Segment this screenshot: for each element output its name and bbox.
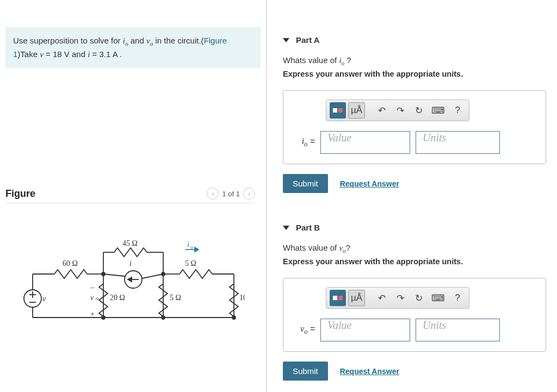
part-a-label: Part A [296, 35, 320, 45]
svg-text:20 Ω: 20 Ω [110, 294, 125, 302]
undo-button[interactable]: ↶ [374, 102, 390, 119]
units-input[interactable]: Units [416, 319, 500, 341]
reset-button[interactable]: ↻ [411, 102, 427, 119]
request-answer-link[interactable]: Request Answer [340, 179, 399, 188]
units-input[interactable]: Units [416, 131, 500, 154]
value-input[interactable]: Value [320, 319, 410, 341]
part-a-instruction: Express your answer with the appropriate… [283, 70, 546, 78]
reset-button[interactable]: ↻ [411, 290, 427, 306]
help-button[interactable]: ? [449, 290, 466, 306]
special-chars-button[interactable]: µÅ [348, 290, 365, 306]
var-label-io: io = [293, 136, 315, 148]
svg-point-25 [162, 316, 165, 319]
part-a-question: Whats value of io ? [283, 55, 546, 66]
problem-statement: Use superposition to solve for io and vo… [5, 27, 261, 68]
answer-toolbar: µÅ ↶ ↷ ↻ ⌨ ? [326, 287, 469, 309]
submit-button[interactable]: Submit [283, 174, 328, 193]
answer-toolbar: µÅ ↶ ↷ ↻ ⌨ ? [326, 99, 469, 121]
circuit-diagram: 60 Ω 45 Ω 5 Ω 20 Ω 5 Ω 10 Ω v v i i o o … [5, 236, 255, 346]
templates-button[interactable] [330, 290, 346, 306]
svg-text:v: v [90, 294, 94, 302]
svg-line-17 [142, 274, 163, 278]
svg-text:+: + [90, 310, 95, 318]
svg-text:v: v [42, 295, 46, 303]
collapse-icon[interactable] [283, 226, 289, 230]
figure-title: Figure [5, 188, 35, 200]
svg-text:10 Ω: 10 Ω [239, 294, 245, 302]
svg-text:−: − [90, 284, 95, 292]
svg-text:5 Ω: 5 Ω [185, 259, 196, 267]
part-b-label: Part B [296, 223, 320, 232]
undo-button[interactable]: ↶ [374, 290, 390, 306]
svg-text:5 Ω: 5 Ω [170, 294, 181, 302]
svg-text:i: i [187, 240, 189, 248]
svg-text:45 Ω: 45 Ω [122, 239, 138, 247]
svg-point-24 [102, 316, 105, 319]
svg-text:i: i [129, 259, 132, 267]
svg-line-16 [103, 274, 125, 276]
svg-text:o: o [96, 295, 98, 301]
part-b-question: Whats value of vo? [283, 243, 546, 254]
redo-button[interactable]: ↷ [392, 102, 409, 119]
svg-point-23 [162, 272, 165, 276]
svg-point-22 [102, 272, 105, 276]
value-input[interactable]: Value [320, 131, 410, 154]
keyboard-button[interactable]: ⌨ [429, 102, 447, 119]
part-b-instruction: Express your answer with the appropriate… [283, 257, 546, 266]
collapse-icon[interactable] [283, 38, 289, 42]
figure-next-button[interactable]: › [243, 188, 255, 200]
figure-prev-button[interactable]: ‹ [207, 188, 219, 200]
submit-button[interactable]: Submit [283, 362, 328, 381]
figure-pager: 1 of 1 [222, 190, 240, 198]
special-chars-button[interactable]: µÅ [348, 102, 365, 119]
request-answer-link[interactable]: Request Answer [340, 367, 399, 376]
svg-text:60 Ω: 60 Ω [63, 259, 78, 267]
templates-button[interactable] [330, 102, 346, 119]
svg-marker-42 [195, 247, 199, 252]
help-button[interactable]: ? [449, 102, 466, 119]
svg-point-26 [232, 316, 236, 319]
var-label-vo: vo = [293, 324, 315, 336]
redo-button[interactable]: ↷ [392, 290, 409, 306]
keyboard-button[interactable]: ⌨ [429, 290, 447, 306]
